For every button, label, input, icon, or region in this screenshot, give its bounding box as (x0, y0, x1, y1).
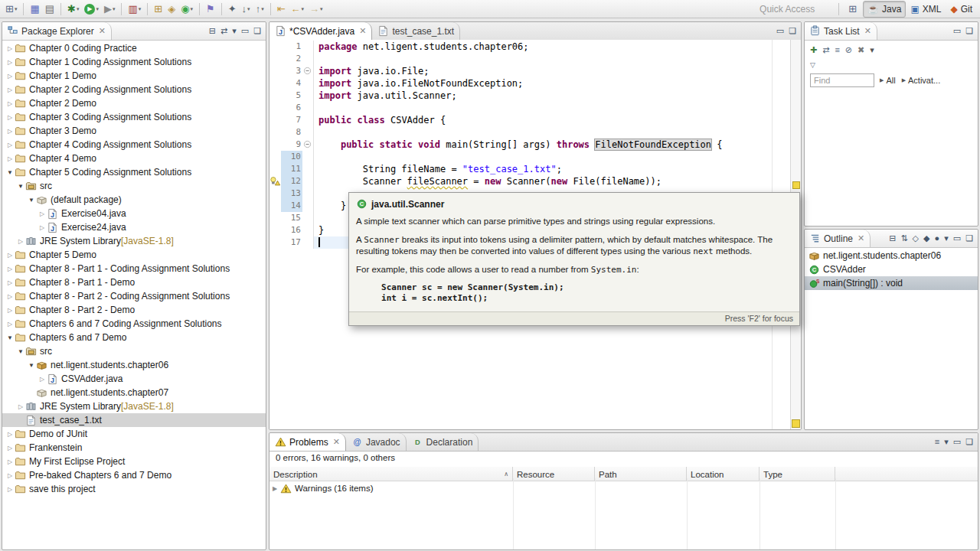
last-edit-location-button[interactable]: ⇤ (275, 2, 288, 17)
expanded-arrow-icon[interactable]: ▼ (27, 197, 36, 204)
collapsed-arrow-icon[interactable]: ▷ (5, 431, 15, 438)
hide-static-members-button[interactable]: ◆ (923, 234, 929, 243)
debug-button[interactable]: ✱▾ (65, 2, 81, 17)
collapsed-arrow-icon[interactable]: ▶ (270, 485, 280, 492)
task-filter-link[interactable]: ▶All (880, 76, 896, 85)
collapsed-arrow-icon[interactable]: ▷ (5, 293, 15, 300)
fold-collapse-icon[interactable] (303, 67, 312, 75)
collapsed-arrow-icon[interactable]: ▷ (5, 252, 15, 259)
tree-item[interactable]: ▷JExercise04.java (2, 207, 266, 220)
tree-item[interactable]: ▼src (2, 344, 266, 358)
tree-item[interactable]: ▷Chapters 6 and 7 Coding Assignment Solu… (2, 317, 266, 331)
collapsed-arrow-icon[interactable]: ▷ (5, 45, 15, 52)
close-icon[interactable]: ✕ (333, 438, 340, 446)
collapsed-arrow-icon[interactable]: ▷ (5, 458, 15, 465)
minimize-button[interactable]: ▭ (953, 438, 961, 446)
close-icon[interactable]: ✕ (864, 27, 871, 35)
collapsed-arrow-icon[interactable]: ▷ (5, 86, 15, 93)
code-line[interactable]: 2 (270, 53, 790, 65)
collapse-all-button[interactable]: ⊟ (889, 234, 896, 243)
delete-button[interactable]: ✖ (858, 46, 864, 54)
tree-item[interactable]: ▷Chapter 3 Coding Assignment Solutions (2, 110, 266, 124)
minimize-button[interactable]: ▭ (953, 27, 961, 35)
collapsed-arrow-icon[interactable]: ▷ (5, 73, 15, 80)
view-menu-button[interactable]: ▾ (870, 46, 874, 54)
new-button[interactable]: ⊞▾ (3, 2, 19, 17)
close-icon[interactable]: ✕ (359, 27, 366, 35)
code-line[interactable]: 7public class CSVAdder { (270, 114, 790, 126)
code-line[interactable]: 3import java.io.File; (270, 65, 790, 77)
search-button[interactable]: ✦ (226, 2, 239, 17)
column-header-resource[interactable]: Resource (513, 467, 595, 481)
open-perspective-button[interactable]: ⊞ (846, 2, 859, 17)
tree-item[interactable]: ▷JExercise24.java (2, 220, 266, 234)
expanded-arrow-icon[interactable]: ▼ (5, 169, 15, 176)
task-filter-link[interactable]: ▶Activat... (902, 76, 941, 85)
categorized-button[interactable]: ≡ (835, 46, 839, 54)
code-line[interactable]: 10 (270, 151, 790, 163)
maximize-button[interactable]: ❏ (965, 234, 973, 243)
task-filter-chevron[interactable]: ▽ (805, 59, 978, 71)
collapse-all-button[interactable]: ⊟ (209, 27, 216, 35)
outline-item[interactable]: CCSVAdder (805, 262, 978, 276)
collapsed-arrow-icon[interactable]: ▷ (5, 128, 15, 135)
tree-item[interactable]: ▷Chapter 8 - Part 1 - Coding Assignment … (2, 262, 266, 276)
collapsed-arrow-icon[interactable]: ▷ (16, 403, 25, 410)
tree-item[interactable]: ▷JCSVAdder.java (2, 372, 266, 386)
code-line[interactable]: 12 Scanner fileScanner = new Scanner(new… (270, 175, 790, 187)
fold-column[interactable] (302, 65, 314, 77)
tree-item[interactable]: ▷Chapter 5 Demo (2, 248, 266, 262)
link-with-editor-button[interactable]: ⇄ (822, 46, 829, 54)
problems-row[interactable]: ▶Warnings (16 items) (270, 481, 978, 495)
code-line[interactable]: 5import java.util.Scanner; (270, 90, 790, 102)
problems-tab-problems[interactable]: Problems✕ (270, 433, 346, 451)
collapsed-arrow-icon[interactable]: ▷ (16, 238, 25, 245)
new-package-button[interactable]: ◈ (165, 2, 178, 17)
tree-item[interactable]: ▷Chapter 4 Demo (2, 152, 266, 165)
collapsed-arrow-icon[interactable]: ▷ (5, 486, 15, 493)
outline-tab[interactable]: Outline ✕ (805, 230, 871, 247)
tree-item[interactable]: ▷Chapter 3 Demo (2, 124, 266, 138)
editor-tab[interactable]: test_case_1.txt (372, 22, 460, 40)
tree-item[interactable]: ▷save this project (2, 482, 266, 496)
perspective-java-button[interactable]: ☕Java (863, 1, 906, 18)
collapsed-arrow-icon[interactable]: ▷ (5, 307, 15, 314)
fold-column[interactable] (302, 139, 314, 151)
close-icon[interactable]: ✕ (858, 234, 864, 243)
expanded-arrow-icon[interactable]: ▼ (27, 362, 36, 369)
maximize-button[interactable]: ❏ (965, 27, 973, 35)
code-line[interactable]: 11 String fileName = "test_case_1.txt"; (270, 163, 790, 175)
external-tools-button[interactable]: ▶▾ (102, 2, 118, 17)
new-java-project-button[interactable]: ⊞ (152, 2, 165, 17)
collapsed-arrow-icon[interactable]: ▷ (5, 445, 15, 452)
link-with-editor-button[interactable]: ⇄ (220, 27, 227, 35)
task-find-input[interactable] (810, 73, 874, 87)
perspective-xml-button[interactable]: ▣XML (906, 1, 946, 18)
collapsed-arrow-icon[interactable]: ▷ (5, 279, 15, 286)
code-line[interactable]: 4import java.io.FileNotFoundException; (270, 77, 790, 90)
maximize-button[interactable]: ❏ (789, 27, 796, 35)
tree-item[interactable]: ▷My First Eclipse Project (2, 455, 266, 468)
tree-item[interactable]: ▷Demo of JUnit (2, 427, 266, 441)
quick-access-box[interactable]: Quick Access (755, 2, 831, 16)
tree-item[interactable]: test_case_1.txt (2, 413, 266, 427)
tree-item[interactable]: ▼src (2, 179, 266, 193)
previous-annotation-button[interactable]: ↑▾ (253, 2, 266, 17)
open-task-button[interactable]: ⚑ (204, 2, 217, 17)
problems-tab-javadoc[interactable]: @Javadoc (346, 433, 407, 451)
run-button[interactable]: ▶▾ (82, 2, 101, 17)
filter-button[interactable]: ≡ (935, 438, 939, 446)
view-menu-button[interactable]: ▾ (232, 27, 237, 35)
code-line[interactable]: 8 (270, 126, 790, 139)
package-explorer-tab[interactable]: Package Explorer ✕ (2, 22, 112, 40)
tree-item[interactable]: net.ligent.students.chapter07 (2, 386, 266, 399)
maximize-button[interactable]: ❏ (253, 27, 261, 35)
tree-item[interactable]: ▷JRE System Library [JavaSE-1.8] (2, 234, 266, 248)
quickfix-warning-icon[interactable] (270, 176, 280, 187)
collapsed-arrow-icon[interactable]: ▷ (5, 472, 15, 479)
code-line[interactable]: 9 public static void main(String[] args)… (270, 139, 790, 151)
tree-item[interactable]: ▷Chapter 1 Coding Assignment Solutions (2, 55, 266, 69)
column-header-type[interactable]: Type (760, 467, 835, 481)
close-icon[interactable]: ✕ (99, 27, 106, 35)
collapsed-arrow-icon[interactable]: ▷ (38, 224, 47, 231)
